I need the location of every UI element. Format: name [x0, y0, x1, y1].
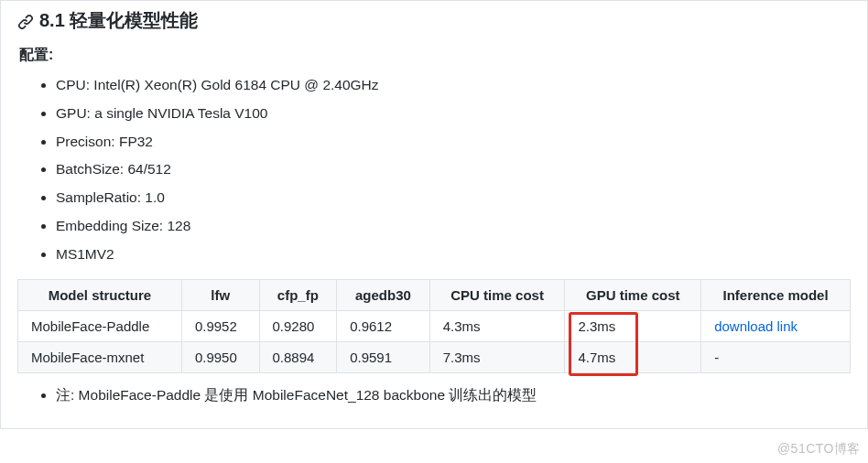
table-header-row: Model structure lfw cfp_fp agedb30 CPU t…: [18, 279, 851, 310]
cell-inference: -: [701, 341, 851, 372]
config-label: 配置:: [19, 46, 851, 65]
config-list: CPU: Intel(R) Xeon(R) Gold 6184 CPU @ 2.…: [17, 74, 851, 266]
cell-lfw: 0.9950: [181, 341, 259, 372]
cell-model: MobileFace-Paddle: [18, 310, 182, 341]
note-item: 注: MobileFace-Paddle 是使用 MobileFaceNet_1…: [56, 384, 851, 407]
document-body: 8.1 轻量化模型性能 配置: CPU: Intel(R) Xeon(R) Go…: [0, 0, 868, 429]
col-cfp: cfp_fp: [259, 279, 337, 310]
col-inference: Inference model: [701, 279, 851, 310]
section-heading: 8.1 轻量化模型性能: [17, 8, 851, 33]
list-item: Embedding Size: 128: [56, 215, 851, 238]
col-agedb: agedb30: [337, 279, 430, 310]
list-item: MS1MV2: [56, 243, 851, 266]
anchor-link-icon[interactable]: [17, 10, 34, 31]
table-row: MobileFace-Paddle 0.9952 0.9280 0.9612 4…: [18, 310, 851, 341]
watermark-text: @51CTO博客: [777, 441, 861, 458]
cell-gpu: 2.3ms: [565, 310, 701, 341]
col-gpu: GPU time cost: [565, 279, 701, 310]
list-item: BatchSize: 64/512: [56, 158, 851, 181]
list-item: Precison: FP32: [56, 131, 851, 154]
cell-inference: download link: [701, 310, 851, 341]
download-link[interactable]: download link: [714, 318, 797, 334]
cell-model: MobileFace-mxnet: [18, 341, 182, 372]
col-lfw: lfw: [181, 279, 259, 310]
cell-cfp: 0.9280: [259, 310, 337, 341]
list-item: SampleRatio: 1.0: [56, 187, 851, 210]
cell-gpu: 4.7ms: [565, 341, 701, 372]
cell-cfp: 0.8894: [259, 341, 337, 372]
cell-lfw: 0.9952: [181, 310, 259, 341]
section-heading-text: 8.1 轻量化模型性能: [39, 8, 198, 33]
cell-agedb: 0.9591: [337, 341, 430, 372]
col-cpu: CPU time cost: [429, 279, 565, 310]
note-list: 注: MobileFace-Paddle 是使用 MobileFaceNet_1…: [17, 384, 851, 407]
cell-cpu: 4.3ms: [429, 310, 565, 341]
list-item: CPU: Intel(R) Xeon(R) Gold 6184 CPU @ 2.…: [56, 74, 851, 97]
cell-agedb: 0.9612: [337, 310, 430, 341]
table-row: MobileFace-mxnet 0.9950 0.8894 0.9591 7.…: [18, 341, 851, 372]
list-item: GPU: a single NVIDIA Tesla V100: [56, 102, 851, 125]
performance-table: Model structure lfw cfp_fp agedb30 CPU t…: [17, 279, 851, 373]
cell-cpu: 7.3ms: [429, 341, 565, 372]
col-model: Model structure: [18, 279, 182, 310]
